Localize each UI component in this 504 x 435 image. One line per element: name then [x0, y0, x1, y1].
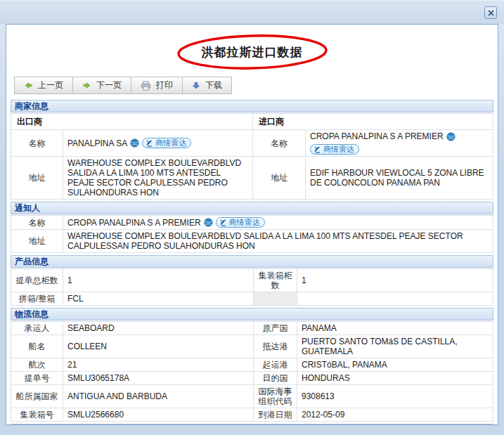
exporter-header: 出口商 — [11, 114, 253, 130]
importer-name-cell: CROPA PANALPINA S A PREMIER 商情雷达 — [306, 130, 493, 157]
arrow-right-icon — [82, 81, 91, 90]
logistics-row-label: 起运港 — [254, 358, 297, 372]
exporter-address: WAREHOUSE COMPLEX BOULEVARDBLVD SALIDA A… — [63, 157, 253, 200]
logistics-row-label: 目的国 — [254, 372, 297, 385]
notify-address: WAREHOUSE COMPLEX BOULEVARDBLVD SALIDA A… — [63, 230, 493, 253]
exporter-name: PANALPINA SA — [67, 138, 127, 148]
radar-icon — [219, 219, 227, 226]
logistics-row-label: 原产国 — [254, 322, 297, 335]
logistics-row-label: 国际海事组织代码 — [254, 385, 297, 408]
globe-icon[interactable] — [446, 132, 455, 141]
prev-page-label: 上一页 — [38, 79, 63, 91]
logistics-row-value: 21 — [63, 358, 254, 372]
product-row-value — [297, 292, 493, 306]
exporter-name-label: 名称 — [11, 130, 63, 157]
radar-icon — [146, 139, 153, 147]
close-button[interactable] — [484, 6, 497, 19]
globe-icon[interactable] — [130, 138, 139, 148]
radar-badge-label: 商情雷达 — [323, 145, 354, 154]
radar-badge-label: 商情雷达 — [229, 218, 260, 227]
title-area: 洪都拉斯进口数据 — [6, 33, 498, 71]
section-header-product: 产品信息 — [11, 255, 493, 268]
printer-icon — [141, 81, 151, 91]
logistics-row-label: 船名 — [11, 335, 63, 358]
print-label: 打印 — [156, 79, 173, 91]
product-row-value: 1 — [63, 269, 254, 292]
product-row-value: 1 — [297, 269, 493, 292]
logistics-row-value: 2012-05-09 — [297, 408, 493, 422]
importer-header: 进口商 — [253, 114, 493, 130]
toolbar: 上一页 下一页 打印 — [14, 77, 232, 94]
next-page-button[interactable]: 下一页 — [72, 77, 131, 94]
importer-address: EDIF HARBOUR VIEWLOCAL 5 ZONA LIBRE DE C… — [306, 157, 493, 200]
logistics-row-label: 到港日期 — [254, 408, 297, 422]
window-frame: 洪都拉斯进口数据 上一页 下一页 — [0, 0, 504, 435]
close-icon — [488, 10, 494, 16]
notify-address-label: 地址 — [11, 230, 63, 253]
logistics-row-value: HONDURAS — [297, 372, 493, 385]
radar-icon — [314, 145, 321, 153]
download-label: 下载 — [205, 79, 222, 91]
notify-name: CROPA PANALPINA S A PREMIER — [67, 218, 201, 228]
logistics-row-value: ANTIGUA AND BARBUDA — [63, 385, 254, 408]
product-table: 提单总柜数 1 集装箱柜数 1 拼箱/整箱 FCL — [11, 268, 493, 306]
product-row-label: 集装箱柜数 — [254, 269, 297, 292]
globe-icon[interactable] — [204, 218, 213, 227]
radar-badge[interactable]: 商情雷达 — [216, 217, 265, 228]
notify-name-label: 名称 — [11, 216, 63, 230]
logistics-row-value: CRISTóBAL, PANAMA — [297, 358, 493, 372]
logistics-row-label: 航次 — [11, 358, 63, 372]
arrow-down-icon — [192, 81, 200, 90]
arrow-left-icon — [24, 81, 33, 90]
logistics-row-value: PUERTO SANTO TOMáS DE CASTILLA, GUATEMAL… — [297, 335, 493, 358]
radar-badge[interactable]: 商情雷达 — [310, 144, 359, 155]
logistics-row-value: PANAMA — [297, 322, 493, 335]
logistics-row-label: 船所属国家 — [11, 385, 63, 408]
content-panel: 洪都拉斯进口数据 上一页 下一页 — [6, 24, 498, 425]
importer-address-label: 地址 — [253, 157, 306, 200]
importer-name-label: 名称 — [253, 130, 306, 157]
product-row-label: 拼箱/整箱 — [11, 292, 63, 306]
section-header-notify: 通知人 — [11, 202, 493, 214]
logistics-table: 承运人 SEABOARD 原产国 PANAMA 船名 COLLEEN 抵达港 P… — [11, 321, 493, 422]
notify-table: 名称 CROPA PANALPINA S A PREMIER 商情雷达 地址 W… — [11, 215, 493, 253]
exporter-address-label: 地址 — [11, 157, 63, 200]
product-row-label: 提单总柜数 — [11, 269, 63, 292]
titlebar — [0, 0, 504, 24]
logistics-row-label: 集装箱号 — [11, 408, 63, 422]
logistics-row-value: SMLU2566680 — [63, 408, 254, 422]
logistics-row-value: SMLU3065178A — [63, 372, 254, 385]
logistics-row-value: 9308613 — [297, 385, 493, 408]
logistics-row-label: 抵达港 — [254, 335, 297, 358]
logistics-row-value: COLLEEN — [63, 335, 254, 358]
print-button[interactable]: 打印 — [131, 77, 183, 94]
merchant-table: 出口商 进口商 名称 PANALPINA SA 商情雷达 名称 — [11, 113, 493, 200]
logistics-row-label: 承运人 — [11, 322, 63, 335]
next-page-label: 下一页 — [96, 79, 122, 91]
radar-badge-label: 商情雷达 — [155, 138, 186, 148]
section-header-logistics: 物流信息 — [11, 308, 493, 320]
importer-name: CROPA PANALPINA S A PREMIER — [310, 131, 444, 141]
exporter-name-cell: PANALPINA SA 商情雷达 — [63, 130, 253, 157]
logistics-row-label: 提单号 — [11, 372, 63, 385]
radar-badge[interactable]: 商情雷达 — [142, 138, 191, 148]
page-title: 洪都拉斯进口数据 — [202, 44, 303, 60]
product-row-label — [254, 292, 297, 306]
download-button[interactable]: 下载 — [182, 77, 232, 94]
logistics-row-value: SEABOARD — [63, 322, 254, 335]
notify-name-cell: CROPA PANALPINA S A PREMIER 商情雷达 — [63, 216, 493, 230]
section-header-description: 描述 — [11, 424, 493, 425]
product-row-value: FCL — [63, 292, 254, 306]
sections: 商家信息 出口商 进口商 名称 PANALPINA SA 商情雷达 — [11, 100, 493, 425]
section-header-merchant: 商家信息 — [11, 100, 493, 112]
prev-page-button[interactable]: 上一页 — [14, 77, 73, 94]
